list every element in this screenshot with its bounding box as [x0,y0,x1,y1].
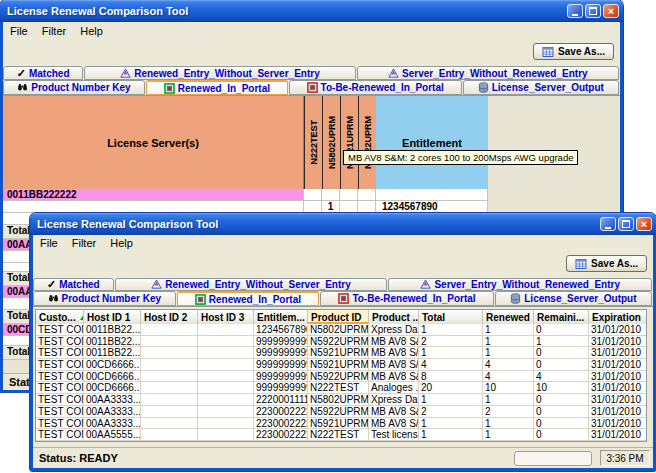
database-icon [478,82,489,93]
cell: 4 [483,359,534,371]
cell: 9999999999 [254,359,308,371]
server-table-row[interactable]: 11234567890 [3,201,620,213]
column-header-renewed[interactable]: Renewed [483,310,534,324]
header-filler [488,96,620,189]
cell: 1 [483,324,534,336]
cell: Xpress Dat... [369,394,419,406]
cell: 0 [534,394,589,406]
table-row[interactable]: TEST COM...00CD6666...9999999999N5921UPR… [36,359,646,371]
maximize-button[interactable] [585,4,601,18]
cell: 0 [534,418,589,430]
maximize-button[interactable] [618,217,634,231]
host-id-cell: 0011BB222222 [3,189,304,201]
cell [198,382,254,394]
to-be-renewed-portal-icon [307,82,318,93]
column-header-host-id-3[interactable]: Host ID 3 [198,310,254,324]
tab-renewed-entry-without-server-entry[interactable]: Renewed_Entry_Without_Server_Entry [84,66,355,80]
delta-icon [120,68,131,79]
table-row[interactable]: TEST COM...00AA5555...2230002222N222TEST… [36,429,646,441]
cell: 2230002222 [254,418,308,430]
cell: TEST COM... [36,324,84,336]
cell: 2230002222 [254,406,308,418]
server-table-row[interactable]: 0011BB222222 [3,189,620,201]
tab-renewed-in-portal[interactable]: Renewed_In_Portal [177,291,320,306]
column-header-customer[interactable]: Custo... [36,310,84,324]
check-icon: ✓ [17,67,26,80]
column-header-product-id[interactable]: Product ID [308,310,369,324]
tooltip: MB AV8 S&M: 2 cores 100 to 200Msps AWG u… [343,150,578,165]
tab-to-be-renewed-in-portal[interactable]: To-Be-Renewed_In_Portal [320,291,494,306]
table-row[interactable]: TEST COM...0011BB22...9999999999N5921UPR… [36,347,646,359]
save-as-button[interactable]: Save As... [533,43,614,60]
cell: Analoges ... [369,382,419,394]
column-header-remaining[interactable]: Remaini... [534,310,589,324]
cell: 1234567890 [254,324,308,336]
cell: 00CD6666... [84,382,141,394]
cell [141,347,198,359]
table-row[interactable]: TEST COM...00CD6666...9999999999N222TEST… [36,382,646,394]
column-header-entitlement[interactable]: Entitlem... [254,310,308,324]
tab-matched[interactable]: ✓Matched [3,66,83,80]
server-column-header[interactable]: N222TEST [304,96,322,189]
titlebar[interactable]: License Renewal Comparison Tool × [0,0,623,22]
tab-renewed-in-portal[interactable]: Renewed_In_Portal [146,80,288,95]
window-body: File Filter Help Save As... ✓Matched Ren… [30,235,656,471]
minimize-button[interactable] [567,4,583,18]
cell: MB AV8 S&... [369,336,419,348]
server-column-header[interactable]: N5921UPRM [340,96,358,189]
menu-bar: File Filter Help [33,235,653,251]
column-header-total[interactable]: Total [419,310,483,324]
cell: N5922UPRM [308,336,369,348]
table-row[interactable]: TEST COM...00AA3333...2230002222N5922UPR… [36,406,646,418]
column-header-host-id-2[interactable]: Host ID 2 [141,310,198,324]
table-row[interactable]: TEST COM...00CD6666...9999999999N5922UPR… [36,371,646,383]
server-count-cell [322,189,340,201]
tab-to-be-renewed-in-portal[interactable]: To-Be-Renewed_In_Portal [289,80,462,95]
cell: MB AV8 S/... [369,347,419,359]
table-row[interactable]: TEST COM...00AA3333...2220001111N5802UPR… [36,394,646,406]
close-button[interactable]: × [636,217,652,231]
table-row[interactable]: TEST COM...0011BB22...1234567890N5802UPR… [36,324,646,336]
cell: 4 [534,371,589,383]
entitlement-header[interactable]: Entitlement [376,96,488,189]
menu-filter[interactable]: Filter [65,235,103,251]
cell [198,406,254,418]
close-button[interactable]: × [603,4,619,18]
license-servers-header[interactable]: License Server(s) [3,96,304,189]
server-column-header[interactable]: N5802UPRM [322,96,340,189]
menu-help[interactable]: Help [73,23,110,39]
tab-product-number-key[interactable]: Product Number Key [33,291,176,306]
close-icon: × [608,6,614,16]
column-header-host-id-1[interactable]: Host ID 1 [84,310,141,324]
cell: N222TEST [308,429,369,441]
tab-product-number-key[interactable]: Product Number Key [3,80,145,95]
minimize-button[interactable] [600,217,616,231]
table-row[interactable]: TEST COM...00AA3333...2230002222N5921UPR… [36,418,646,430]
host-id-cell [3,201,304,213]
column-header-product[interactable]: Product ... [369,310,419,324]
cell: N5922UPRM [308,371,369,383]
menu-file[interactable]: File [33,235,65,251]
tab-server-entry-without-renewed-entry[interactable]: Server_Entry_Without_Renewed_Entry [357,66,619,80]
tab-renewed-entry-without-server-entry[interactable]: Renewed_Entry_Without_Server_Entry [115,278,388,291]
server-column-header[interactable]: N5922UPRM [358,96,376,189]
tab-license-server-output[interactable]: License_Server_Output [495,291,652,306]
menu-help[interactable]: Help [103,235,140,251]
server-table-header: License Server(s) N222TEST N5802UPRM N59… [3,96,620,189]
tab-matched[interactable]: ✓Matched [33,278,114,291]
table-row[interactable]: TEST COM...0011BB22...9999999999N5922UPR… [36,336,646,348]
tab-license-server-output[interactable]: License_Server_Output [463,80,619,95]
titlebar[interactable]: License Renewal Comparison Tool × [30,213,656,235]
tab-server-entry-without-renewed-entry[interactable]: Server_Entry_Without_Renewed_Entry [388,278,652,291]
menu-filter[interactable]: Filter [35,23,73,39]
cell: 00CD6666... [84,359,141,371]
column-header-expiration[interactable]: Expiration [589,310,646,324]
check-icon: ✓ [47,278,56,291]
cell: 9999999999 [254,336,308,348]
cell: N5802UPRM [308,394,369,406]
cell: 31/01/2010 [589,382,646,394]
save-as-button[interactable]: Save As... [566,255,647,272]
menu-file[interactable]: File [3,23,35,39]
row-filler [488,201,620,213]
tab-row-1: ✓Matched Renewed_Entry_Without_Server_En… [33,278,653,291]
